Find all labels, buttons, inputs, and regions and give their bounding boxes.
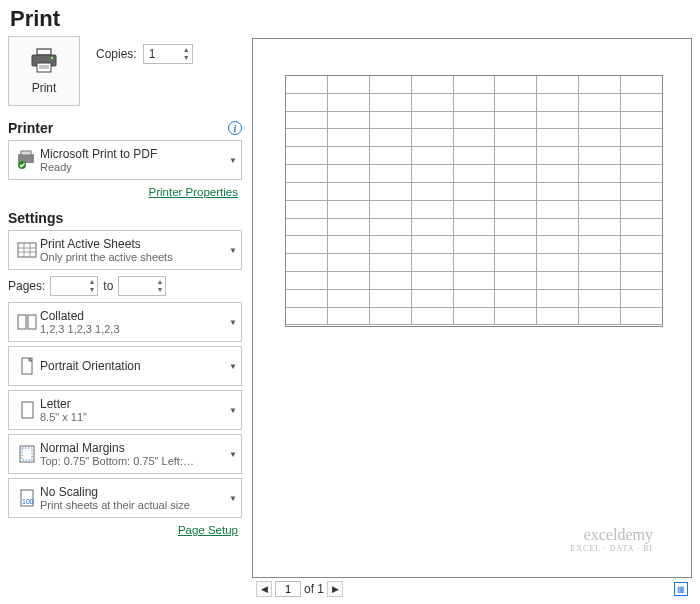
chevron-down-icon: ▼ bbox=[229, 406, 237, 415]
margins-icon bbox=[14, 444, 40, 464]
svg-rect-17 bbox=[22, 402, 33, 418]
printer-section-title: Printer i bbox=[8, 120, 242, 136]
collate-title: Collated bbox=[40, 309, 120, 323]
main-area: Print Copies: 1 ▲▼ Printer i bbox=[0, 36, 700, 604]
svg-rect-15 bbox=[28, 315, 36, 329]
chevron-down-icon: ▼ bbox=[229, 246, 237, 255]
orientation-dropdown[interactable]: Portrait Orientation ▼ bbox=[8, 346, 242, 386]
print-what-dropdown[interactable]: Print Active Sheets Only print the activ… bbox=[8, 230, 242, 270]
collate-icon bbox=[14, 312, 40, 332]
left-panel: Print Copies: 1 ▲▼ Printer i bbox=[8, 36, 242, 600]
chevron-down-icon: ▼ bbox=[229, 362, 237, 371]
collate-dropdown[interactable]: Collated 1,2,3 1,2,3 1,2,3 ▼ bbox=[8, 302, 242, 342]
svg-rect-7 bbox=[21, 151, 31, 155]
scaling-title: No Scaling bbox=[40, 485, 190, 499]
pages-from-input[interactable]: ▲▼ bbox=[50, 276, 98, 296]
printer-name: Microsoft Print to PDF bbox=[40, 147, 157, 161]
margins-sub: Top: 0.75" Bottom: 0.75" Left:… bbox=[40, 455, 194, 467]
chevron-down-icon: ▼ bbox=[229, 318, 237, 327]
scaling-icon: 100 bbox=[14, 488, 40, 508]
page-setup-link[interactable]: Page Setup bbox=[8, 524, 238, 536]
copies-value: 1 bbox=[149, 47, 156, 61]
print-preview: exceldemy EXCEL · DATA · BI bbox=[252, 38, 692, 578]
copies-row: Copies: 1 ▲▼ bbox=[96, 44, 193, 64]
preview-page: exceldemy EXCEL · DATA · BI bbox=[285, 75, 663, 559]
prev-page-button[interactable]: ◀ bbox=[256, 581, 272, 597]
print-what-sub: Only print the active sheets bbox=[40, 251, 173, 263]
svg-rect-9 bbox=[18, 243, 36, 257]
portrait-icon bbox=[14, 356, 40, 376]
orientation-title: Portrait Orientation bbox=[40, 359, 141, 373]
svg-rect-0 bbox=[37, 49, 51, 55]
right-panel: exceldemy EXCEL · DATA · BI ◀ of 1 ▶ ▦ bbox=[252, 36, 692, 600]
spinner-arrows-icon[interactable]: ▲▼ bbox=[183, 46, 190, 62]
print-row: Print Copies: 1 ▲▼ bbox=[8, 36, 242, 106]
print-button[interactable]: Print bbox=[8, 36, 80, 106]
sheets-icon bbox=[14, 240, 40, 260]
svg-point-5 bbox=[51, 56, 53, 58]
svg-text:100: 100 bbox=[22, 498, 34, 505]
paper-sub: 8.5" x 11" bbox=[40, 411, 87, 423]
spinner-arrows-icon[interactable]: ▲▼ bbox=[156, 278, 163, 294]
zoom-to-page-icon[interactable]: ▦ bbox=[674, 582, 688, 596]
scaling-dropdown[interactable]: 100 No Scaling Print sheets at their act… bbox=[8, 478, 242, 518]
copies-label: Copies: bbox=[96, 47, 137, 61]
paper-title: Letter bbox=[40, 397, 87, 411]
info-icon[interactable]: i bbox=[228, 121, 242, 135]
watermark: exceldemy EXCEL · DATA · BI bbox=[570, 526, 653, 553]
printer-heading: Printer bbox=[8, 120, 53, 136]
pages-label: Pages: bbox=[8, 279, 45, 293]
printer-properties-link[interactable]: Printer Properties bbox=[8, 186, 238, 198]
copies-input[interactable]: 1 ▲▼ bbox=[143, 44, 193, 64]
paper-icon bbox=[14, 400, 40, 420]
spinner-arrows-icon[interactable]: ▲▼ bbox=[88, 278, 95, 294]
svg-point-8 bbox=[18, 161, 26, 169]
scaling-sub: Print sheets at their actual size bbox=[40, 499, 190, 511]
preview-footer: ◀ of 1 ▶ ▦ bbox=[252, 578, 692, 600]
margins-dropdown[interactable]: Normal Margins Top: 0.75" Bottom: 0.75" … bbox=[8, 434, 242, 474]
pages-to-label: to bbox=[103, 279, 113, 293]
printer-icon bbox=[29, 48, 59, 77]
paper-dropdown[interactable]: Letter 8.5" x 11" ▼ bbox=[8, 390, 242, 430]
printer-dropdown[interactable]: Microsoft Print to PDF Ready ▼ bbox=[8, 140, 242, 180]
chevron-down-icon: ▼ bbox=[229, 156, 237, 165]
page-title: Print bbox=[0, 0, 700, 36]
print-button-label: Print bbox=[32, 81, 57, 95]
chevron-down-icon: ▼ bbox=[229, 494, 237, 503]
pages-to-input[interactable]: ▲▼ bbox=[118, 276, 166, 296]
chevron-down-icon: ▼ bbox=[229, 450, 237, 459]
settings-section-title: Settings bbox=[8, 210, 242, 226]
printer-ready-icon bbox=[14, 150, 40, 170]
print-what-title: Print Active Sheets bbox=[40, 237, 173, 251]
page-nav: ◀ of 1 ▶ bbox=[256, 581, 343, 597]
preview-gridlines bbox=[285, 75, 663, 327]
next-page-button[interactable]: ▶ bbox=[327, 581, 343, 597]
svg-rect-14 bbox=[18, 315, 26, 329]
watermark-brand: exceldemy bbox=[570, 526, 653, 544]
settings-heading: Settings bbox=[8, 210, 63, 226]
current-page-input[interactable] bbox=[275, 581, 301, 597]
watermark-tag: EXCEL · DATA · BI bbox=[570, 544, 653, 553]
margins-title: Normal Margins bbox=[40, 441, 194, 455]
page-total-label: of 1 bbox=[304, 582, 324, 596]
collate-sub: 1,2,3 1,2,3 1,2,3 bbox=[40, 323, 120, 335]
pages-row: Pages: ▲▼ to ▲▼ bbox=[8, 276, 242, 296]
printer-status: Ready bbox=[40, 161, 157, 173]
